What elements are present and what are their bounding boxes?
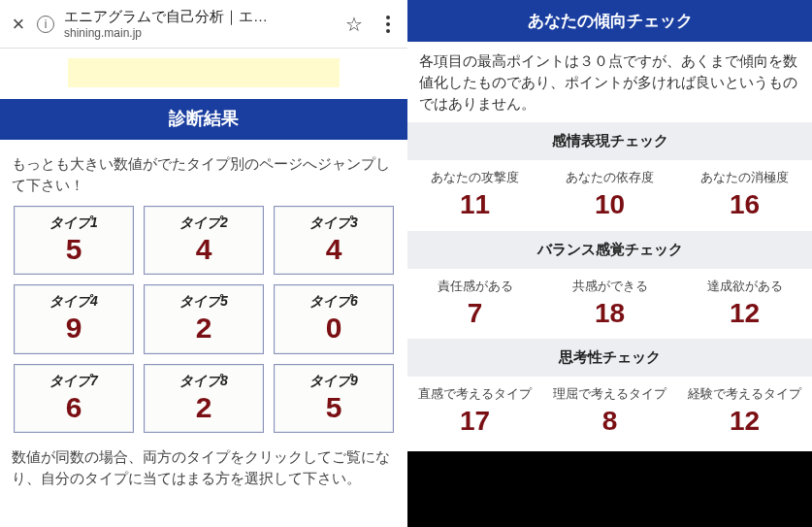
metric-cell: あなたの依存度 10 [542, 170, 677, 218]
bookmark-icon[interactable]: ☆ [345, 13, 369, 36]
metric-value: 8 [542, 407, 677, 435]
menu-kebab-icon[interactable] [378, 16, 398, 33]
section-title-balance: バランス感覚チェック [407, 231, 812, 269]
close-icon[interactable]: × [10, 12, 27, 37]
right-content: あなたの傾向チェック 各項目の最高ポイントは３０点ですが、あくまで傾向を数値化し… [407, 0, 812, 451]
section-title-thinking: 思考性チェック [407, 339, 812, 377]
result-header: 診断結果 [0, 99, 407, 140]
type-cell-1[interactable]: タイプ1 5 [14, 206, 134, 276]
metric-label: 達成欲がある [677, 279, 812, 295]
browser-top-bar: × i エニアグラムで自己分析｜エ… shining.main.jp ☆ [0, 0, 407, 49]
type-value: 6 [18, 392, 129, 423]
info-icon[interactable]: i [37, 16, 54, 33]
metric-cell: 達成欲がある 12 [677, 279, 812, 327]
type-cell-6[interactable]: タイプ6 0 [274, 284, 394, 354]
type-label: タイプ8 [148, 373, 259, 390]
metric-value: 12 [677, 299, 812, 327]
metric-label: 直感で考えるタイプ [407, 386, 542, 403]
section-row-balance: 責任感がある 7 共感ができる 18 達成欲がある 12 [407, 269, 812, 339]
metric-value: 17 [407, 407, 542, 435]
metric-cell: あなたの消極度 16 [677, 170, 812, 218]
type-label: タイプ2 [148, 214, 259, 232]
type-label: タイプ6 [278, 293, 389, 311]
type-cell-5[interactable]: タイプ5 2 [144, 284, 264, 354]
type-value: 4 [278, 234, 389, 265]
ad-banner-placeholder [68, 58, 340, 87]
metric-value: 10 [542, 190, 677, 218]
page-title: エニアグラムで自己分析｜エ… [64, 8, 336, 26]
metric-value: 18 [542, 299, 677, 327]
type-label: タイプ3 [278, 214, 389, 232]
result-note: 数値が同数の場合、両方のタイプをクリックしてご覧になり、自分のタイプに当てはまる… [0, 433, 407, 497]
metric-cell: 直感で考えるタイプ 17 [407, 386, 542, 435]
type-value: 4 [148, 234, 259, 265]
type-label: タイプ7 [18, 373, 129, 390]
section-row-thinking: 直感で考えるタイプ 17 理屈で考えるタイプ 8 経験で考えるタイプ 12 [407, 377, 812, 446]
metric-cell: 理屈で考えるタイプ 8 [542, 386, 677, 435]
tendency-intro: 各項目の最高ポイントは３０点ですが、あくまで傾向を数値化したものであり、ポイント… [407, 42, 812, 122]
left-screen: × i エニアグラムで自己分析｜エ… shining.main.jp ☆ 診断結… [0, 0, 407, 527]
page-title-block[interactable]: エニアグラムで自己分析｜エ… shining.main.jp [64, 8, 336, 40]
metric-label: あなたの消極度 [677, 170, 812, 186]
type-label: タイプ9 [278, 373, 389, 390]
metric-label: あなたの攻撃度 [407, 170, 542, 186]
type-label: タイプ4 [18, 293, 129, 311]
metric-cell: 共感ができる 18 [542, 279, 677, 327]
metric-label: 経験で考えるタイプ [677, 386, 812, 403]
right-screen: あなたの傾向チェック 各項目の最高ポイントは３０点ですが、あくまで傾向を数値化し… [407, 0, 812, 527]
type-cell-4[interactable]: タイプ4 9 [14, 284, 134, 354]
type-cell-3[interactable]: タイプ3 4 [274, 206, 394, 276]
type-label: タイプ5 [148, 293, 259, 311]
page-url: shining.main.jp [64, 26, 336, 40]
type-cell-8[interactable]: タイプ8 2 [144, 364, 264, 434]
metric-value: 16 [677, 190, 812, 218]
metric-value: 11 [407, 190, 542, 218]
type-cell-2[interactable]: タイプ2 4 [144, 206, 264, 276]
tendency-header: あなたの傾向チェック [407, 0, 812, 42]
metric-label: 責任感がある [407, 279, 542, 295]
type-value: 9 [18, 313, 129, 344]
metric-value: 7 [407, 299, 542, 327]
type-value: 2 [148, 313, 259, 344]
section-title-emotion: 感情表現チェック [407, 122, 812, 160]
type-cell-7[interactable]: タイプ7 6 [14, 364, 134, 434]
type-label: タイプ1 [18, 214, 129, 232]
type-grid: タイプ1 5 タイプ2 4 タイプ3 4 タイプ4 9 タイプ5 2 タイプ6 … [0, 206, 407, 434]
metric-label: 理屈で考えるタイプ [542, 386, 677, 403]
metric-value: 12 [677, 407, 812, 435]
metric-label: あなたの依存度 [542, 170, 677, 186]
metric-cell: 責任感がある 7 [407, 279, 542, 327]
type-cell-9[interactable]: タイプ9 5 [274, 364, 394, 434]
section-row-emotion: あなたの攻撃度 11 あなたの依存度 10 あなたの消極度 16 [407, 160, 812, 230]
metric-label: 共感ができる [542, 279, 677, 295]
result-intro: もっとも大きい数値がでたタイプ別のページへジャンプして下さい！ [0, 140, 407, 206]
type-value: 0 [278, 313, 389, 344]
metric-cell: あなたの攻撃度 11 [407, 170, 542, 218]
type-value: 2 [148, 392, 259, 423]
type-value: 5 [18, 234, 129, 265]
type-value: 5 [278, 392, 389, 423]
metric-cell: 経験で考えるタイプ 12 [677, 386, 812, 435]
